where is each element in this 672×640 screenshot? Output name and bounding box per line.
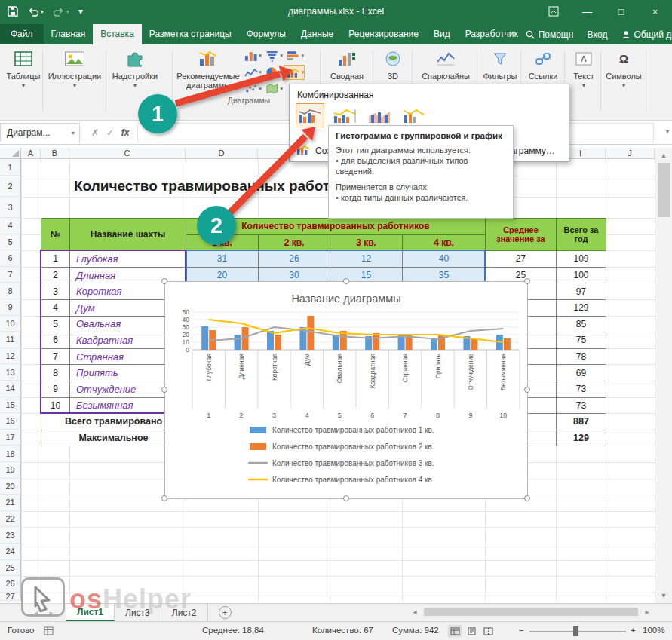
name-box-caret-icon[interactable]: ▾ [72, 130, 79, 136]
row-header-14[interactable]: 14 [0, 381, 21, 397]
ribbon-tab-3[interactable]: Вставка [93, 24, 142, 44]
ribbon-tab-1[interactable]: Файл [0, 24, 44, 44]
row-header-22[interactable]: 22 [0, 511, 21, 528]
chart-handle[interactable] [161, 387, 167, 393]
zoom-level[interactable]: 100% [643, 626, 664, 635]
cell-row-number[interactable]: 8 [41, 365, 70, 381]
column-chart-icon[interactable]: ▾ [241, 48, 262, 63]
macro-record-icon[interactable] [44, 626, 54, 637]
cell-row-number[interactable]: 2 [41, 268, 70, 284]
clustered-column-line-secondary-axis-icon[interactable] [330, 103, 359, 127]
header-num[interactable]: № [41, 219, 70, 251]
clustered-column-line-icon[interactable] [296, 103, 324, 127]
row-header-19[interactable]: 19 [0, 462, 21, 479]
cell-q4[interactable]: 40 [403, 251, 486, 268]
cell-row-number[interactable]: 10 [41, 398, 70, 415]
cell-row-number[interactable]: 3 [41, 283, 70, 300]
row-header-25[interactable]: 25 [0, 560, 21, 577]
cell-row-number[interactable]: 9 [41, 381, 70, 398]
enter-icon[interactable]: ✓ [103, 123, 118, 142]
zoom-slider-thumb[interactable] [573, 626, 578, 636]
row-header-11[interactable]: 11 [0, 332, 21, 348]
column-header-B[interactable]: B [41, 148, 69, 159]
row-header-15[interactable]: 15 [0, 397, 21, 414]
sign-in-button[interactable]: Вход [587, 29, 607, 40]
chart-handle[interactable] [524, 495, 530, 501]
name-box[interactable]: Диаграм...▾ [0, 123, 80, 142]
cell-q3[interactable]: 12 [330, 251, 403, 268]
scroll-left-icon[interactable]: ◂ [407, 608, 422, 616]
illustrations-button[interactable]: Иллюстрации▾ [45, 48, 104, 90]
cell-row-number[interactable]: 4 [41, 300, 70, 317]
funnel-chart-icon[interactable]: ▾ [262, 48, 284, 63]
ribbon-tab-9[interactable]: Разработчик [458, 24, 526, 44]
vertical-scrollbar[interactable]: ▲ ▼ [655, 148, 672, 603]
header-total[interactable]: Всего за год [557, 219, 606, 251]
cell-footer-total[interactable]: 129 [557, 430, 606, 447]
normal-view-icon[interactable] [448, 625, 462, 637]
cell-total[interactable]: 69 [557, 365, 606, 381]
row-header-12[interactable]: 12 [0, 348, 21, 365]
header-quarter-2[interactable]: 2 кв. [259, 235, 330, 252]
row-header-27[interactable]: 27 [0, 593, 21, 601]
expand-formula-bar-icon[interactable]: ▾ [666, 128, 669, 135]
customize-qat-icon[interactable]: ▾ [78, 6, 83, 17]
column-header-D[interactable]: D [186, 148, 258, 159]
row-header-20[interactable]: 20 [0, 479, 21, 495]
ribbon-tab-7[interactable]: Рецензирование [341, 24, 426, 44]
cell-total[interactable]: 78 [557, 349, 606, 366]
ribbon-tab-2[interactable]: Главная [44, 24, 94, 44]
row-header-13[interactable]: 13 [0, 364, 21, 381]
horizontal-scroll-thumb[interactable] [424, 608, 638, 616]
scatter-chart-icon[interactable]: ▾ [241, 81, 262, 96]
scroll-down-icon[interactable]: ▼ [655, 589, 672, 602]
page-break-view-icon[interactable] [481, 625, 495, 637]
row-header-21[interactable]: 21 [0, 495, 21, 511]
redo-icon[interactable]: ▾ [53, 6, 69, 17]
ribbon-display-options-icon[interactable] [536, 0, 570, 23]
custom-combination-icon[interactable] [400, 103, 428, 127]
cell-row-number[interactable]: 1 [41, 251, 70, 268]
row-header-8[interactable]: 8 [0, 283, 21, 299]
header-average[interactable]: Среднее значение за [486, 219, 557, 251]
chart-handle[interactable] [343, 495, 349, 501]
cell-total[interactable]: 73 [557, 381, 606, 398]
cell-total[interactable]: 109 [557, 251, 606, 268]
scroll-right-icon[interactable]: ▸ [640, 608, 655, 616]
tell-me-search[interactable]: Помощн [526, 29, 574, 40]
close-icon[interactable]: × [638, 0, 672, 23]
row-header-17[interactable]: 17 [0, 430, 21, 446]
row-header-3[interactable]: 3 [0, 197, 21, 218]
cell-total[interactable]: 75 [557, 332, 606, 349]
ribbon-tab-4[interactable]: Разметка страницы [142, 24, 239, 44]
cell-total[interactable]: 97 [557, 283, 606, 300]
combo-chart-icon[interactable]: ▾ [284, 65, 305, 80]
share-button[interactable]: Общий доступ [621, 29, 672, 40]
tables-button[interactable]: Таблицы▾ [5, 48, 42, 90]
map-chart-icon[interactable]: ▾ [262, 81, 284, 96]
chart-handle[interactable] [343, 278, 349, 284]
row-header-10[interactable]: 10 [0, 316, 21, 332]
new-sheet-button[interactable]: + [219, 606, 232, 619]
cell-mine-name[interactable]: Глубокая [70, 251, 186, 268]
row-header-5[interactable]: 5 [0, 234, 21, 251]
zoom-in-icon[interactable]: + [631, 626, 636, 635]
zoom-out-icon[interactable]: − [519, 626, 524, 635]
select-all-corner[interactable] [0, 148, 21, 159]
header-mine-name[interactable]: Название шахты [70, 219, 186, 251]
column-header-A[interactable]: A [21, 148, 41, 159]
header-quarter-3[interactable]: 3 кв. [330, 235, 403, 252]
cancel-icon[interactable]: ✗ [87, 123, 103, 142]
row-header-2[interactable]: 2 [0, 176, 21, 197]
cell-total[interactable]: 129 [557, 300, 606, 317]
chart-handle[interactable] [524, 387, 530, 393]
row-header-24[interactable]: 24 [0, 544, 21, 560]
save-icon[interactable] [8, 6, 18, 17]
cell-average[interactable]: 27 [486, 251, 557, 268]
row-header-6[interactable]: 6 [0, 250, 21, 267]
horizontal-scrollbar[interactable]: ◂ ▸ [407, 606, 655, 617]
embedded-combo-chart[interactable]: 01020304050ГлубокаяДлиннаяКороткаяДумОва… [164, 281, 528, 499]
cell-footer-total[interactable]: 887 [557, 414, 606, 430]
chart-handle[interactable] [524, 278, 530, 284]
ribbon-tab-5[interactable]: Формулы [239, 24, 293, 44]
